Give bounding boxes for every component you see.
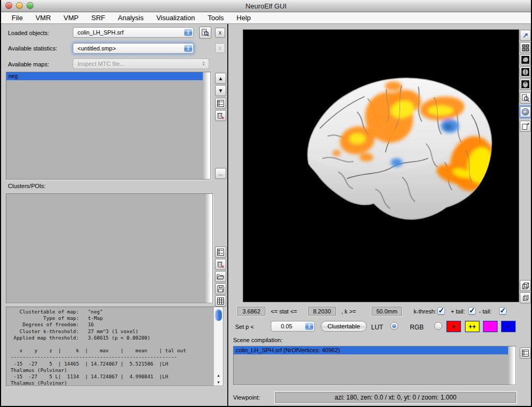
clusters-listbox[interactable]: [6, 193, 213, 303]
surface-render-canvas[interactable]: [243, 29, 519, 302]
properties-list-icon: [217, 100, 224, 107]
available-maps-label: Available maps:: [8, 61, 49, 67]
cluster-properties-button[interactable]: [215, 247, 226, 258]
stepper-icon[interactable]: ▲▼: [305, 323, 313, 330]
scene-compilation-label: Scene compilation:: [233, 337, 282, 343]
box-off-button[interactable]: [520, 292, 531, 303]
viewpoint-field[interactable]: azi: 180, zen: 0.0 / xt: 0, yt: 0 / zoom…: [275, 392, 516, 403]
stat-range-label: <= stat <=: [271, 308, 297, 315]
menu-visualization[interactable]: Visualization: [150, 14, 201, 22]
brain-surface-render: [243, 30, 519, 302]
axial-slice-icon: [521, 80, 529, 88]
maps-listbox[interactable]: neg: [6, 72, 211, 180]
pos-tail-label: + tail:: [451, 308, 465, 315]
coronal-slice-icon: [521, 68, 529, 76]
menu-help[interactable]: Help: [230, 14, 258, 22]
available-statistics-dropdown[interactable]: <untitled.smp> ▲▼: [73, 43, 194, 54]
neg-tail-label: - tail:: [479, 308, 492, 315]
traffic-lights: [5, 2, 33, 9]
coronal-view-button[interactable]: [520, 66, 531, 78]
surface-globe-icon: [521, 108, 529, 116]
wire-cube-icon: [522, 294, 529, 302]
maps-more-button[interactable]: ...: [215, 168, 226, 179]
close-window-button[interactable]: [5, 2, 12, 9]
stat-upper-threshold-field[interactable]: 8.2030: [308, 307, 336, 316]
close-statistics-button: x: [215, 43, 225, 53]
map-move-up-button[interactable]: ▲: [215, 73, 226, 84]
minimize-window-button[interactable]: [16, 2, 23, 9]
open-folder-icon: [217, 273, 225, 280]
map-properties-button[interactable]: [215, 98, 226, 109]
surface-view-button[interactable]: [520, 106, 531, 117]
cluster-table-textarea[interactable]: Clustertable of map: "neg" Type of map: …: [6, 307, 224, 386]
scrollbar-thumb[interactable]: [215, 309, 222, 321]
k-thresh-checkbox[interactable]: ✓: [437, 307, 445, 315]
neg-tail-checkbox[interactable]: ✓: [499, 307, 507, 315]
box-on-button[interactable]: [520, 280, 531, 291]
title-bar: NeuroElf GUI: [1, 0, 531, 12]
loaded-objects-dropdown[interactable]: colin_LH_SPH.srf ▲▼: [73, 27, 194, 38]
rgb-neg-color-button[interactable]: -: [483, 321, 497, 332]
panel-divider: [227, 24, 228, 406]
cluster-save-button[interactable]: [215, 283, 226, 294]
multi-slice-view-button[interactable]: [520, 42, 531, 53]
menu-analysis[interactable]: Analysis: [111, 14, 150, 22]
rgb-label: RGB: [410, 324, 424, 331]
scene-scrollbar[interactable]: [508, 346, 516, 385]
trash-delete-icon: x: [217, 112, 225, 120]
grid-table-icon: [217, 298, 224, 304]
wire-cube-icon: [522, 282, 529, 290]
map-move-down-button[interactable]: ▼: [215, 85, 226, 96]
pos-tail-checkbox[interactable]: ✓: [468, 307, 476, 315]
inspect-document-icon: [201, 29, 209, 37]
multi-view-icon: [522, 44, 529, 52]
maps-scrollbar[interactable]: [203, 72, 210, 179]
sagittal-view-button[interactable]: [520, 54, 531, 65]
rgb-radio[interactable]: [434, 322, 442, 330]
cluster-open-button[interactable]: [215, 271, 226, 282]
set-p-label: Set p <: [235, 324, 254, 330]
textarea-scrollbar[interactable]: ▲ ▼: [213, 307, 223, 386]
stat-lower-threshold-field[interactable]: 3.6862: [237, 307, 265, 316]
cluster-table-text: Clustertable of map: "neg" Type of map: …: [6, 307, 223, 386]
cluster-delete-button[interactable]: x: [215, 259, 226, 270]
menu-vmp[interactable]: VMP: [57, 14, 85, 22]
undock-view-button[interactable]: ↗: [520, 30, 531, 41]
scene-properties-button[interactable]: [520, 347, 531, 359]
maps-list-item-selected[interactable]: neg: [6, 72, 203, 80]
available-statistics-value: <untitled.smp>: [78, 45, 116, 52]
scroll-down-icon[interactable]: ▼: [214, 379, 223, 386]
lut-label: LUT: [371, 324, 383, 331]
clusters-scrollbar[interactable]: [205, 194, 212, 303]
rgb-pos-color-button[interactable]: +: [447, 321, 461, 332]
menu-vmr[interactable]: VMR: [29, 14, 57, 22]
scene-list-item-selected[interactable]: colin_LH_SPH.srf (NrOfVertices: 40962): [234, 346, 508, 354]
cluster-table-button-icon[interactable]: [215, 295, 226, 307]
close-object-button[interactable]: x: [215, 28, 225, 38]
scroll-up-icon[interactable]: ▲: [214, 372, 223, 379]
scene-listbox[interactable]: colin_LH_SPH.srf (NrOfVertices: 40962): [233, 346, 516, 385]
rgb-pos2-color-button[interactable]: ++: [465, 321, 479, 332]
k-threshold-field[interactable]: 50.0mm: [372, 307, 402, 316]
available-maps-dropdown: Inspect MTC file... ▲▼: [73, 58, 209, 69]
stepper-icon[interactable]: ▲▼: [184, 29, 192, 36]
clustertable-button[interactable]: Clustertable: [321, 321, 367, 332]
check-icon: ✓: [438, 307, 444, 314]
lut-radio[interactable]: [390, 322, 398, 330]
zoom-window-button[interactable]: [27, 2, 33, 9]
trash-delete-icon: x: [217, 260, 225, 268]
menu-file[interactable]: File: [5, 14, 29, 22]
menu-srf[interactable]: SRF: [85, 14, 111, 22]
stepper-icon[interactable]: ▲▼: [184, 45, 192, 52]
map-delete-button[interactable]: x: [215, 110, 226, 121]
expand-window-button[interactable]: [520, 121, 531, 132]
menu-tools[interactable]: Tools: [201, 14, 230, 22]
rgb-neg2-color-button[interactable]: --: [501, 321, 516, 332]
svg-text:x: x: [222, 115, 225, 120]
available-statistics-label: Available statistics:: [8, 45, 57, 52]
loaded-objects-value: colin_LH_SPH.srf: [78, 29, 124, 36]
render-view-button[interactable]: [520, 92, 531, 104]
inspect-object-button[interactable]: [199, 27, 211, 39]
axial-view-button[interactable]: [520, 79, 531, 90]
p-value-dropdown[interactable]: 0.05 ▲▼: [271, 321, 315, 332]
